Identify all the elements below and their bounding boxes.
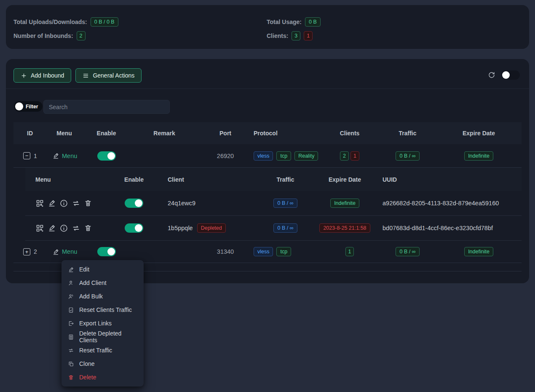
qrcode-icon[interactable]: [35, 199, 44, 208]
info-icon[interactable]: [59, 224, 68, 233]
inbound-id: 2: [34, 248, 37, 255]
trash-icon: [68, 374, 74, 381]
sub-header-traffic: Traffic: [257, 176, 314, 183]
row-context-menu: Edit Add Client Add Bulk Reset Clients T…: [62, 260, 144, 387]
total-usage: Total Usage: 0 B: [267, 17, 321, 27]
uploads-label: Total Uploads/Downloads:: [13, 19, 87, 25]
expire-cell: Indefinite: [436, 151, 522, 161]
reset-traffic-icon[interactable]: [72, 224, 80, 233]
reset-traffic-icon[interactable]: [72, 199, 80, 208]
sub-header-uuid: UUID: [376, 176, 522, 183]
menu-item-reset-clients-traffic[interactable]: Reset Clients Traffic: [62, 303, 144, 317]
client-expire-cell: 2023-8-25 21:1:58: [314, 223, 376, 233]
header-protocol: Protocol: [253, 130, 320, 137]
traffic-cell: 0 B / ∞: [379, 247, 436, 256]
edit-icon: [68, 266, 74, 273]
trash-icon[interactable]: [84, 199, 92, 207]
user-add-icon: [68, 280, 74, 286]
id-cell: − 1: [13, 152, 46, 159]
row-menu-button[interactable]: Menu: [46, 248, 82, 255]
clients-subtable: Menu Enable Client Traffic Expire Date U…: [25, 168, 522, 241]
menu-item-export-links[interactable]: Export Links: [62, 317, 144, 330]
client-enable-toggle[interactable]: [125, 223, 143, 233]
menu-item-add-bulk[interactable]: Add Bulk: [62, 290, 144, 303]
swap-icon: [68, 347, 74, 354]
expand-row-button[interactable]: +: [23, 248, 30, 255]
client-traffic-cell: 0 B / ∞: [257, 223, 314, 233]
trash-icon[interactable]: [84, 224, 92, 232]
plus-icon: [21, 72, 27, 79]
client-name-cell: 1b5ppqle Depleted: [154, 223, 257, 233]
menu-item-clone[interactable]: Clone: [62, 357, 144, 371]
protocol-cell: vless tcp Reality: [253, 151, 320, 161]
inbound-enable-toggle[interactable]: [97, 151, 116, 161]
add-inbound-label: Add Inbound: [31, 72, 64, 79]
header-port: Port: [198, 130, 253, 137]
menu-item-add-client[interactable]: Add Client: [62, 276, 144, 290]
row-menu-label: Menu: [62, 248, 77, 255]
clients-ok-badge: 2: [340, 151, 349, 161]
menu-item-delete[interactable]: Delete: [62, 371, 144, 384]
client-enable-toggle[interactable]: [125, 199, 143, 208]
row-menu-label: Menu: [62, 153, 77, 159]
header-clients: Clients: [320, 130, 379, 137]
stats-card: Total Uploads/Downloads: 0 B / 0 B Numbe…: [6, 5, 529, 49]
info-icon[interactable]: [59, 199, 68, 208]
menu-item-edit[interactable]: Edit: [62, 263, 144, 276]
inbound-row-1: − 1 Menu 26920 vless tcp Reality: [13, 144, 522, 168]
traffic-cell: 0 B / ∞: [379, 151, 436, 161]
menu-item-label: Export Links: [79, 320, 112, 327]
client-expire-cell: Indefinite: [314, 199, 376, 208]
protocol-cell: vless tcp: [253, 247, 320, 256]
depleted-badge: Depleted: [197, 223, 226, 233]
inbounds-page: Total Uploads/Downloads: 0 B / 0 B Numbe…: [0, 0, 535, 392]
traffic-badge: 0 B / ∞: [396, 247, 419, 256]
hamburger-icon: [83, 72, 89, 79]
search-input[interactable]: [43, 100, 170, 114]
client-name: 1b5ppqle: [168, 225, 193, 231]
general-actions-label: General Actions: [93, 72, 134, 79]
menu-item-label: Add Bulk: [79, 293, 103, 300]
client-row-2: 1b5ppqle Depleted 0 B / ∞ 2023-8-25 21:1…: [25, 216, 522, 241]
edit-pencil-icon: [52, 152, 59, 159]
auto-refresh-toggle[interactable]: [501, 70, 520, 80]
id-cell: + 2: [13, 248, 46, 255]
header-traffic: Traffic: [379, 130, 436, 137]
clients-ok-badge: 1: [345, 247, 354, 256]
menu-item-label: Reset Traffic: [79, 347, 112, 354]
toolbar-divider: [6, 89, 529, 89]
expire-cell: Indefinite: [436, 247, 522, 256]
table-header-row: ID Menu Enable Remark Port Protocol Clie…: [13, 122, 522, 144]
users-add-icon: [68, 293, 74, 300]
general-actions-button[interactable]: General Actions: [75, 68, 142, 83]
qrcode-icon[interactable]: [35, 224, 44, 233]
menu-item-reset-traffic[interactable]: Reset Traffic: [62, 344, 144, 357]
filter-label: Filter: [26, 104, 38, 110]
protocol-tag-tcp: tcp: [276, 151, 291, 161]
header-menu: Menu: [46, 130, 82, 137]
edit-pencil-icon[interactable]: [48, 224, 56, 232]
clone-icon: [68, 361, 74, 367]
edit-pencil-icon[interactable]: [48, 199, 56, 207]
inbound-id: 1: [34, 153, 37, 159]
client-expire-badge: 2023-8-25 21:1:58: [319, 223, 370, 233]
toggle-knob: [135, 199, 142, 207]
enable-cell: [82, 151, 131, 161]
refresh-icon[interactable]: [488, 71, 495, 79]
client-expire-badge: Indefinite: [330, 199, 359, 208]
toggle-knob: [107, 152, 115, 160]
collapse-row-button[interactable]: −: [23, 152, 30, 159]
usage-value-badge: 0 B: [305, 17, 321, 27]
clients-active-badge: 3: [292, 31, 300, 40]
filter-toggle[interactable]: Filter: [14, 101, 43, 112]
toggle-knob: [107, 248, 115, 255]
add-inbound-button[interactable]: Add Inbound: [13, 68, 71, 83]
menu-item-delete-depleted-clients[interactable]: Delete Depleted Clients: [62, 330, 144, 344]
inbound-enable-toggle[interactable]: [97, 247, 116, 256]
row-menu-button[interactable]: Menu: [46, 152, 82, 159]
enable-cell: [82, 247, 131, 256]
clients-stat: Clients: 3 1: [267, 31, 321, 41]
clients-depleted-badge: 1: [350, 151, 359, 161]
total-uploads-downloads: Total Uploads/Downloads: 0 B / 0 B: [13, 17, 118, 27]
toggle-knob: [502, 71, 510, 79]
